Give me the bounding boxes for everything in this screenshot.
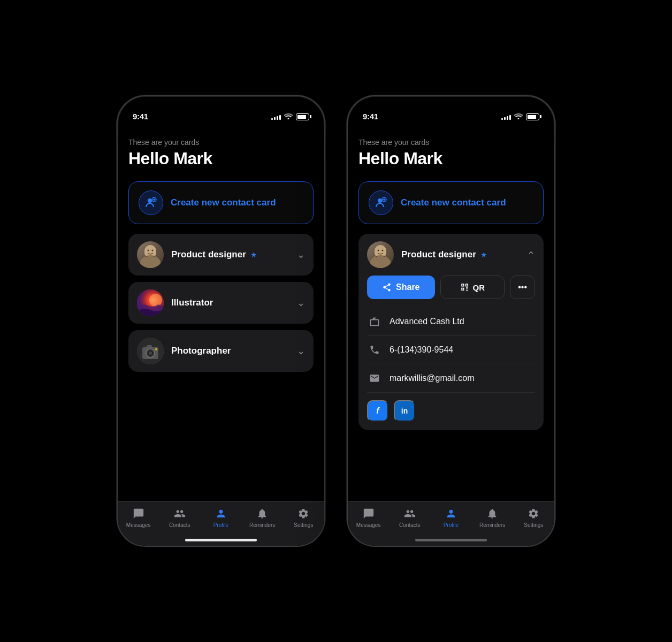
card-header-illustrator-left[interactable]: Illustrator ⌄ xyxy=(128,282,314,324)
settings-icon-left xyxy=(297,507,310,520)
facebook-btn-right[interactable]: f xyxy=(367,400,388,422)
svg-point-7 xyxy=(152,250,154,251)
phone-text-right: 6-(134)390-9544 xyxy=(390,345,453,355)
tab-messages-left[interactable]: Messages xyxy=(123,507,155,528)
phone-content-left: These are your cards Hello Mark Create n… xyxy=(118,125,324,546)
svg-point-0 xyxy=(148,198,152,203)
tab-reminders-left[interactable]: Reminders xyxy=(246,507,278,528)
home-indicator-left xyxy=(185,539,257,541)
create-card-btn-right[interactable]: Create new contact card xyxy=(358,181,544,224)
profile-icon-right xyxy=(445,507,457,520)
avatar-photographer-left xyxy=(137,338,164,364)
card-name-product-right: Product designer xyxy=(401,249,476,260)
svg-point-17 xyxy=(378,198,382,203)
share-btn-label-right: Share xyxy=(396,282,419,292)
phone-content-right: These are your cards Hello Mark Create n… xyxy=(348,125,554,546)
time-right: 9:41 xyxy=(363,112,378,121)
detail-phone-right: 6-(134)390-9544 xyxy=(367,336,535,364)
card-illustrator-left: Illustrator ⌄ xyxy=(128,282,314,324)
signal-bar-4 xyxy=(279,115,281,120)
svg-point-21 xyxy=(375,245,386,257)
signal-bar-r1 xyxy=(501,118,503,120)
status-icons-right xyxy=(501,112,539,121)
signal-bar-r4 xyxy=(509,115,511,120)
contacts-icon-left xyxy=(173,507,186,520)
detail-email-right: markwillis@gmail.com xyxy=(367,364,535,393)
wifi-icon-right xyxy=(514,112,523,121)
card-expanded-product-right: Share QR ••• xyxy=(358,276,544,430)
tab-label-profile-left: Profile xyxy=(213,522,228,528)
briefcase-icon-right xyxy=(367,314,382,329)
tab-contacts-left[interactable]: Contacts xyxy=(164,507,196,528)
messages-icon-left xyxy=(132,507,145,520)
qr-btn-label-right: QR xyxy=(473,283,485,292)
share-btn-right[interactable]: Share xyxy=(367,276,435,299)
tab-label-settings-right: Settings xyxy=(524,522,543,528)
tab-contacts-right[interactable]: Contacts xyxy=(394,507,426,528)
more-btn-label-right: ••• xyxy=(518,282,527,292)
avatar-photographer-img-left xyxy=(137,338,164,364)
create-card-label-right: Create new contact card xyxy=(401,197,506,208)
signal-bar-3 xyxy=(277,116,278,120)
card-name-illustrator-left: Illustrator xyxy=(171,297,213,308)
scroll-area-right: These are your cards Hello Mark Create n… xyxy=(348,125,554,501)
svg-point-16 xyxy=(155,348,157,350)
battery-fill-right xyxy=(528,115,536,119)
svg-point-22 xyxy=(371,255,390,268)
svg-point-6 xyxy=(148,250,149,251)
tab-profile-left[interactable]: Profile xyxy=(205,507,237,528)
avatar-product-img-right xyxy=(367,241,394,268)
greeting-sub-left: These are your cards xyxy=(128,138,314,147)
svg-point-24 xyxy=(382,250,384,251)
wifi-icon-left xyxy=(284,112,293,121)
tab-label-messages-right: Messages xyxy=(356,522,381,528)
messages-icon-right xyxy=(362,507,375,520)
tab-label-profile-right: Profile xyxy=(444,522,459,528)
avatar-illustrator-left xyxy=(137,289,164,316)
card-header-photographer-left[interactable]: Photographer ⌄ xyxy=(128,330,314,372)
card-header-product-left[interactable]: Product designer ★ ⌄ xyxy=(128,234,314,276)
svg-rect-15 xyxy=(147,345,152,348)
tab-profile-right[interactable]: Profile xyxy=(435,507,467,528)
tab-settings-left[interactable]: Settings xyxy=(287,507,319,528)
card-photographer-left: Photographer ⌄ xyxy=(128,330,314,372)
tab-label-contacts-right: Contacts xyxy=(399,522,420,528)
linkedin-btn-right[interactable]: in xyxy=(394,400,415,422)
signal-right xyxy=(501,113,511,120)
email-text-right: markwillis@gmail.com xyxy=(390,373,474,383)
battery-icon-left xyxy=(296,113,309,120)
email-icon-right xyxy=(367,371,382,386)
reminders-icon-left xyxy=(256,507,269,520)
tab-label-reminders-left: Reminders xyxy=(249,522,275,528)
card-name-photographer-left: Photographer xyxy=(171,346,231,356)
card-actions-right: Share QR ••• xyxy=(367,276,535,299)
tab-reminders-right[interactable]: Reminders xyxy=(476,507,508,528)
tab-label-settings-left: Settings xyxy=(294,522,313,528)
phone-right: 9:41 These are your cards He xyxy=(347,95,555,547)
qr-icon-right xyxy=(460,282,470,292)
facebook-icon-right: f xyxy=(376,406,379,416)
scroll-area-left: These are your cards Hello Mark Create n… xyxy=(118,125,324,501)
qr-btn-right[interactable]: QR xyxy=(440,276,505,299)
create-card-btn-left[interactable]: Create new contact card xyxy=(128,181,314,224)
avatar-product-left xyxy=(137,241,164,268)
greeting-main-right: Hello Mark xyxy=(358,149,544,169)
chevron-product-right: ⌄ xyxy=(527,249,535,261)
reminders-icon-right xyxy=(486,507,499,520)
card-name-product-left: Product designer xyxy=(171,249,246,260)
star-icon-product-left: ★ xyxy=(250,250,257,259)
svg-point-5 xyxy=(141,255,160,268)
card-header-product-right[interactable]: Product designer ★ ⌄ xyxy=(358,234,544,276)
battery-fill-left xyxy=(297,115,306,119)
tab-label-messages-left: Messages xyxy=(126,522,151,528)
avatar-product-right xyxy=(367,241,394,268)
tab-settings-right[interactable]: Settings xyxy=(517,507,549,528)
signal-bar-r2 xyxy=(504,117,506,120)
tab-messages-right[interactable]: Messages xyxy=(353,507,385,528)
more-btn-right[interactable]: ••• xyxy=(510,276,535,299)
time-left: 9:41 xyxy=(133,112,148,121)
share-icon-right xyxy=(382,282,392,292)
svg-point-9 xyxy=(149,294,162,307)
svg-point-23 xyxy=(378,250,379,251)
avatar-product-img-left xyxy=(137,241,164,268)
